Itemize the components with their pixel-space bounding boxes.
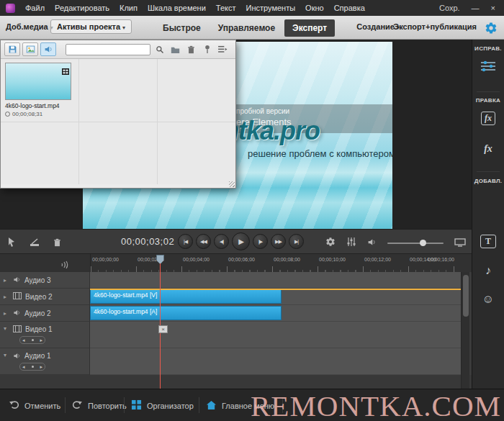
image-view-button[interactable]: [22, 42, 38, 56]
menu-window[interactable]: Окно: [300, 0, 329, 16]
menu-help[interactable]: Справка: [329, 0, 370, 16]
media-item[interactable]: 4k60-logo-start.mp4 00;00;08;31: [5, 63, 76, 117]
fast-forward-button[interactable]: ▶▶: [271, 234, 286, 249]
volume-slider-knob[interactable]: [420, 240, 426, 246]
fx-glyph: fx: [484, 143, 492, 154]
go-to-start-button[interactable]: |◀: [178, 234, 193, 249]
ruler-label: 00;00;16;00: [428, 257, 454, 262]
image-icon: [26, 45, 35, 54]
organizer-button[interactable]: Организатор: [131, 389, 194, 421]
menu-edit[interactable]: Редактировать: [50, 0, 114, 16]
ruler-label: 00;00;06;00: [228, 257, 255, 262]
volume-speaker-icon[interactable]: [367, 237, 377, 250]
music-note-glyph: ♪: [485, 264, 491, 276]
keyframe-next-icon[interactable]: ▸: [40, 364, 42, 370]
timeline-vertical-scrollbar[interactable]: [461, 272, 469, 389]
menu-clip[interactable]: Клип: [114, 0, 143, 16]
track-header-audio1[interactable]: ▾ Аудио 1 ◂ ▸: [0, 348, 90, 375]
tab-guided[interactable]: Управляемое: [210, 19, 283, 37]
work-area-bar[interactable]: [90, 289, 461, 290]
go-to-end-button[interactable]: ▶|: [289, 234, 304, 249]
razor-tool-icon[interactable]: [30, 237, 40, 250]
track-lane-audio2[interactable]: 4k60-logo-start.mp4 [A]: [90, 305, 461, 322]
undo-label: Отменить: [24, 402, 60, 410]
track-lane-video1[interactable]: [90, 322, 461, 348]
audio-mixer-icon[interactable]: [346, 237, 356, 250]
applied-fx-icon[interactable]: fx: [472, 142, 504, 155]
music-icon[interactable]: ♪: [472, 264, 504, 277]
keyframe-prev-icon[interactable]: ◂: [22, 338, 25, 343]
add-section-label: ДОБАВЛ.: [472, 178, 504, 184]
project-assets-label: Активы проекта: [57, 22, 120, 31]
organizer-grid-icon: [131, 399, 142, 412]
audio-waveform-icon[interactable]: [60, 259, 71, 272]
add-media-button[interactable]: Доб.медиа ▾: [6, 22, 53, 31]
audio-view-button[interactable]: [40, 42, 56, 56]
audio-clip[interactable]: 4k60-logo-start.mp4 [A]: [90, 306, 282, 320]
keyframe-navigator[interactable]: ◂ ▸: [19, 363, 45, 371]
adjust-sliders-icon[interactable]: [472, 60, 504, 76]
play-button[interactable]: ▶: [232, 232, 250, 250]
track-lane-audio3[interactable]: [90, 272, 461, 289]
keyframe-prev-icon[interactable]: ◂: [22, 364, 25, 370]
edit-section-label: ПРАВКА: [472, 97, 504, 104]
project-assets-button[interactable]: Активы проекта ▾: [50, 19, 132, 34]
track-header-video1[interactable]: ▾ Видео 1 ◂ ▸: [0, 322, 90, 348]
list-view-icon[interactable]: [216, 42, 230, 56]
save-status-label[interactable]: Сохр.: [439, 4, 460, 12]
track-lane-audio1[interactable]: [90, 348, 461, 375]
step-back-button[interactable]: ◀|: [214, 234, 229, 249]
expand-right-icon[interactable]: ▸: [4, 277, 9, 284]
menu-file[interactable]: Файл: [20, 0, 50, 16]
menu-text[interactable]: Текст: [211, 0, 241, 16]
tab-expert[interactable]: Эксперт: [284, 19, 335, 37]
pin-icon[interactable]: [200, 42, 214, 56]
media-thumbnail[interactable]: [5, 63, 71, 100]
expand-right-icon[interactable]: ▸: [4, 294, 9, 300]
trash-icon[interactable]: [53, 237, 61, 250]
settings-gear-icon[interactable]: [483, 20, 499, 36]
export-publish-button[interactable]: Экспорт+публикация: [393, 22, 477, 31]
new-folder-icon[interactable]: [168, 42, 182, 56]
save-view-button[interactable]: [4, 42, 20, 56]
effects-icon[interactable]: fx: [472, 111, 504, 125]
scrollbar-thumb[interactable]: [463, 275, 469, 317]
media-duration: 00;00;08;31: [5, 111, 76, 117]
menu-timeline[interactable]: Шкала времени: [143, 0, 211, 16]
selection-tool-icon[interactable]: [7, 237, 16, 250]
video-clip[interactable]: 4k60-logo-start.mp4 [V]: [90, 289, 282, 304]
keyframe-dot-icon[interactable]: [32, 339, 34, 341]
keyframe-navigator[interactable]: ◂ ▸: [19, 336, 45, 344]
track-header-audio2[interactable]: ▸ Аудио 2: [0, 305, 90, 322]
fullscreen-monitor-icon[interactable]: [454, 237, 466, 250]
keyframe-next-icon[interactable]: ▸: [40, 338, 42, 343]
search-icon[interactable]: [153, 42, 166, 56]
rewind-button[interactable]: ◀◀: [196, 234, 211, 249]
menu-tools[interactable]: Инструменты: [241, 0, 301, 16]
graphics-smiley-icon[interactable]: ☺: [472, 293, 504, 306]
panel-resize-handle[interactable]: [229, 181, 235, 187]
keyframe-dot-icon[interactable]: [32, 366, 34, 368]
expand-right-icon[interactable]: ▸: [4, 310, 9, 317]
minimize-button[interactable]: —: [472, 4, 480, 12]
current-timecode[interactable]: 00;00;03;02: [121, 236, 174, 247]
undo-button[interactable]: Отменить: [9, 389, 60, 421]
redo-icon: [72, 400, 83, 411]
playback-gear-icon[interactable]: [325, 237, 336, 250]
track-header-video2[interactable]: ▸ Видео 2: [0, 289, 90, 305]
track-lane-video2[interactable]: 4k60-logo-start.mp4 [V]: [90, 289, 461, 305]
volume-slider[interactable]: [387, 243, 444, 244]
redo-button[interactable]: Повторить: [72, 389, 127, 421]
close-button[interactable]: ×: [491, 4, 495, 12]
delete-icon[interactable]: [184, 42, 198, 56]
track-header-audio3[interactable]: ▸ Аудио 3: [0, 272, 90, 289]
expand-down-icon[interactable]: ▾: [4, 352, 9, 358]
transport-controls: |◀ ◀◀ ◀| ▶ |▶ ▶▶ ▶|: [178, 232, 304, 250]
titles-icon[interactable]: T: [472, 234, 504, 248]
tab-quick[interactable]: Быстрое: [155, 19, 209, 37]
search-input[interactable]: [66, 44, 150, 55]
expand-down-icon[interactable]: ▾: [4, 325, 9, 332]
titlebar: Файл Редактировать Клип Шкала времени Те…: [0, 0, 504, 16]
razor-cursor-indicator: ×: [158, 325, 168, 333]
step-forward-button[interactable]: |▶: [253, 234, 268, 249]
